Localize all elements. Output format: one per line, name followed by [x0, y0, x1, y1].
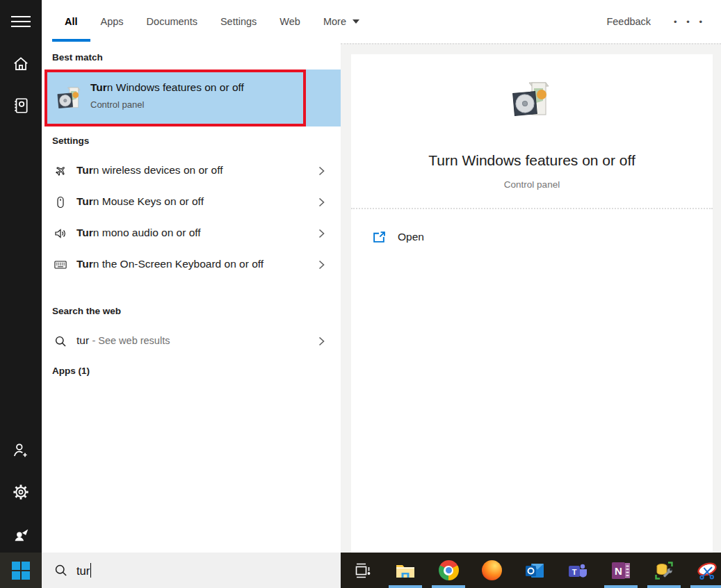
feedback-person-icon[interactable] — [0, 520, 42, 548]
open-external-icon — [373, 231, 386, 244]
best-match-result[interactable]: Turn Windows features on or off Control … — [44, 70, 341, 126]
settings-section-header: Settings — [52, 136, 89, 146]
best-match-header: Best match — [52, 52, 103, 63]
tab-more[interactable]: More — [323, 0, 359, 43]
firefox-button[interactable] — [470, 553, 513, 588]
svg-text:N: N — [615, 564, 622, 576]
search-icon — [54, 335, 67, 348]
result-turn-onscreen-keyboard[interactable]: Turn the On-Screen Keyboard on or off — [42, 249, 341, 280]
tab-apps[interactable]: Apps — [101, 0, 124, 43]
chevron-right-icon — [317, 165, 325, 177]
chevron-right-icon — [317, 259, 325, 270]
firefox-icon — [482, 560, 502, 580]
hamburger-menu-icon[interactable] — [0, 8, 42, 35]
chevron-down-icon — [353, 19, 359, 24]
file-explorer-icon — [395, 560, 416, 581]
taskbar: T N — [341, 553, 721, 588]
speaker-icon — [54, 227, 67, 240]
windows-features-icon — [56, 84, 83, 112]
result-see-web-results[interactable]: tur - See web results — [42, 325, 341, 357]
preview-title: Turn Windows features on or off — [351, 152, 713, 169]
search-icon — [54, 564, 67, 577]
chevron-right-icon — [317, 228, 325, 239]
windows-logo-icon — [12, 562, 30, 580]
teams-button[interactable]: T — [556, 553, 599, 588]
snipping-tool-button[interactable] — [686, 553, 721, 588]
left-rail — [0, 0, 42, 553]
more-options-icon[interactable]: • • • — [674, 17, 706, 27]
result-turn-wireless-devices[interactable]: Turn wireless devices on or off — [42, 155, 341, 186]
search-filter-tabs: All Apps Documents Settings Web More Fee… — [42, 0, 721, 43]
teams-icon: T — [567, 560, 588, 581]
search-web-section-header: Search the web — [52, 306, 121, 316]
mouse-icon — [54, 196, 67, 209]
chrome-button[interactable] — [427, 553, 470, 588]
tab-web[interactable]: Web — [280, 0, 300, 43]
task-view-icon — [352, 560, 373, 581]
chrome-icon — [439, 560, 459, 580]
chevron-right-icon — [317, 336, 325, 347]
search-results-panel: Best match Turn Windows features on or o… — [42, 43, 341, 553]
start-button[interactable] — [0, 553, 42, 588]
svg-text:T: T — [572, 567, 577, 575]
onenote-icon: N — [610, 560, 631, 581]
open-action[interactable]: Open — [351, 223, 713, 251]
apps-section-header: Apps (1) — [52, 366, 90, 376]
airplane-icon — [54, 165, 67, 177]
text-caret — [90, 563, 91, 578]
open-label: Open — [398, 231, 424, 243]
tab-settings[interactable]: Settings — [220, 0, 257, 43]
preview-panel: Turn Windows features on or off Control … — [341, 43, 721, 553]
outlook-icon — [524, 560, 545, 581]
best-match-subtitle: Control panel — [90, 99, 244, 110]
result-turn-mono-audio[interactable]: Turn mono audio on or off — [42, 218, 341, 249]
search-query-text: tur — [76, 563, 91, 578]
search-input[interactable]: tur — [42, 553, 341, 588]
file-explorer-button[interactable] — [384, 553, 427, 588]
divider — [351, 208, 713, 209]
onenote-button[interactable]: N — [599, 553, 642, 588]
preview-subtitle: Control panel — [351, 179, 713, 190]
add-person-icon[interactable] — [0, 436, 42, 464]
best-match-title: Turn Windows features on or off — [90, 81, 244, 94]
database-tool-icon — [654, 560, 674, 581]
settings-gear-icon[interactable] — [0, 478, 42, 506]
preview-card: Turn Windows features on or off Control … — [351, 54, 713, 554]
tab-all[interactable]: All — [65, 0, 78, 43]
keyboard-icon — [54, 259, 67, 271]
home-icon[interactable] — [0, 50, 42, 78]
tab-documents[interactable]: Documents — [147, 0, 197, 43]
database-tool-button[interactable] — [642, 553, 686, 588]
result-turn-mouse-keys[interactable]: Turn Mouse Keys on or off — [42, 186, 341, 218]
snipping-tool-icon — [695, 560, 719, 581]
windows-features-icon-large — [510, 77, 554, 122]
outlook-button[interactable] — [513, 553, 556, 588]
chevron-right-icon — [317, 197, 325, 208]
journal-icon[interactable] — [0, 92, 42, 120]
feedback-button[interactable]: Feedback — [606, 16, 651, 27]
task-view-button[interactable] — [341, 553, 384, 588]
windows-search-flyout: All Apps Documents Settings Web More Fee… — [0, 0, 721, 588]
